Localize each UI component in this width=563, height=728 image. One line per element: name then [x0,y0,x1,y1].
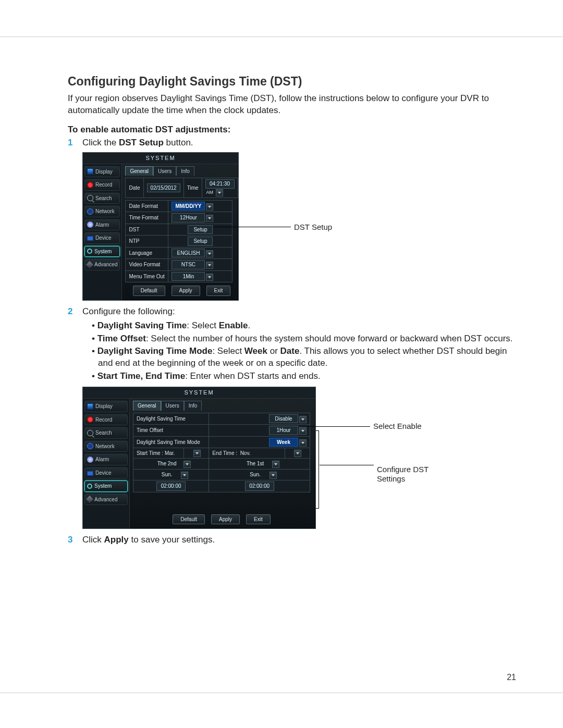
exit-button[interactable]: Exit [246,514,271,525]
apply-button[interactable]: Apply [172,286,200,296]
sidenav-advanced[interactable]: Advanced [84,259,120,270]
tab-general[interactable]: General [125,166,153,176]
dd-dst-enable[interactable] [299,416,307,423]
dd-video-format[interactable] [206,262,213,269]
subheading: To enable automatic DST adjustments: [68,124,516,136]
sidenav-search[interactable]: Search [84,427,128,439]
sidenav-alarm[interactable]: Alarm [84,219,120,231]
dd-start-day[interactable] [181,472,188,479]
callout-configure-dst: Configure DST Settings [316,465,450,484]
datetime-row: Date 02/15/2012 Time 04:21:30 AM [125,178,238,198]
monitor-icon [87,403,93,410]
end-time-field[interactable]: 02:00:00 [245,482,274,491]
val-language[interactable]: ENGLISH [172,249,205,258]
dd-offset[interactable] [299,427,307,435]
lbl-start: Start Time : Mar. [133,448,184,459]
step-text: Configure the following: Daylight Saving… [82,306,516,384]
settings-table: Date FormatMM/DD/YY Time Format12Hour DS… [125,200,232,283]
dd-end-ordinal[interactable] [272,461,279,468]
tab-info[interactable]: Info [176,166,194,176]
step-2: 2 Configure the following: Daylight Savi… [68,306,516,384]
end-ordinal[interactable]: The 1st [240,460,271,468]
dd-language[interactable] [206,250,213,257]
time-field[interactable]: 04:21:30 [205,179,235,189]
date-label: Date [126,178,143,198]
val-video-format[interactable]: NTSC [172,260,205,269]
val-date-format[interactable]: MM/DD/YY [172,202,205,211]
default-button[interactable]: Default [173,514,205,525]
val-offset[interactable]: 1Hour [269,426,298,435]
dd-start-month[interactable] [193,450,201,457]
lbl-language: Language [126,247,168,259]
t: Click [82,535,104,545]
dd-date-format[interactable] [206,203,213,211]
lbl-dst: DST [126,224,168,236]
ntp-setup-button[interactable]: Setup [188,237,213,246]
dvr-sidenav: Display Record Search Network Alarm Devi… [83,399,130,528]
step-text: Click Apply to save your settings. [82,534,516,546]
search-icon [87,195,93,201]
start-time-field[interactable]: 02:00:00 [156,482,186,491]
sidenav-record[interactable]: Record [84,414,128,426]
dd-end-month[interactable] [294,450,301,457]
val-dst-enable[interactable]: Disable [269,414,298,424]
tab-users[interactable]: Users [161,401,184,411]
ampm-dropdown[interactable] [216,189,223,196]
sidenav-system[interactable]: System [84,246,120,257]
section-heading: Configuring Daylight Savings Time (DST) [68,73,516,90]
callout-select-enable: Select Enable [308,421,422,431]
tab-info[interactable]: Info [184,401,202,411]
lbl-time-format: Time Format [126,212,168,224]
start-ordinal[interactable]: The 2nd [151,460,182,468]
sidenav-network[interactable]: Network [84,441,128,452]
dst-setup-button[interactable]: Setup [188,225,213,235]
sidenav-device[interactable]: Device [84,467,128,479]
sidenav-system[interactable]: System [84,480,128,492]
dvr-title: SYSTEM [83,153,238,164]
sidenav-advanced[interactable]: Advanced [84,494,128,505]
end-day[interactable]: Sun. [242,471,268,479]
dd-start-ordinal[interactable] [183,461,191,468]
bullet-mode: Daylight Saving Time Mode: Select Week o… [92,346,516,369]
start-day[interactable]: Sun. [154,471,180,479]
step-number: 1 [68,137,82,149]
dd-mode[interactable] [299,439,307,447]
lbl-dst-enable: Daylight Saving Time [133,413,209,425]
dd-time-format[interactable] [206,215,213,222]
date-field[interactable]: 02/15/2012 [147,183,180,193]
callout-label: Configure DST Settings [377,465,450,484]
sidenav-network[interactable]: Network [84,206,120,217]
t: Click the [82,138,119,147]
default-button[interactable]: Default [133,286,165,296]
manual-page: Configuring Daylight Savings Time (DST) … [0,36,563,693]
ampm-label: AM [206,190,214,195]
sidenav-device[interactable]: Device [84,232,120,244]
lbl-end: End Time : Nov. [209,448,285,459]
exit-button[interactable]: Exit [206,286,231,296]
step-number: 3 [68,534,82,546]
lbl-date-format: Date Format [126,200,168,212]
dd-menu-timeout[interactable] [206,274,213,281]
apply-button[interactable]: Apply [211,514,240,525]
callout-dst-setup: DST Setup [214,222,332,232]
sidenav-display[interactable]: Display [84,166,120,178]
sidenav-alarm[interactable]: Alarm [84,454,128,465]
val-mode[interactable]: Week [269,438,298,447]
gear-icon [87,249,92,254]
tab-general[interactable]: General [133,401,161,411]
sidenav-record[interactable]: Record [84,179,120,191]
t-bold: DST Setup [119,138,164,147]
tab-users[interactable]: Users [153,166,176,176]
t: button. [164,138,193,147]
step-text: Click the DST Setup button. [82,137,516,149]
search-icon [87,430,93,436]
step2-bullets: Daylight Saving Time: Select Enable. Tim… [92,320,516,383]
lbl-offset: Time Offset [133,425,209,437]
dd-end-day[interactable] [270,472,277,479]
sidenav-search[interactable]: Search [84,193,120,204]
val-time-format[interactable]: 12Hour [172,213,205,223]
sidenav-display[interactable]: Display [84,401,128,412]
step-3: 3 Click Apply to save your settings. [68,534,516,546]
val-menu-timeout[interactable]: 1Min [172,272,205,281]
step-number: 2 [68,306,82,384]
